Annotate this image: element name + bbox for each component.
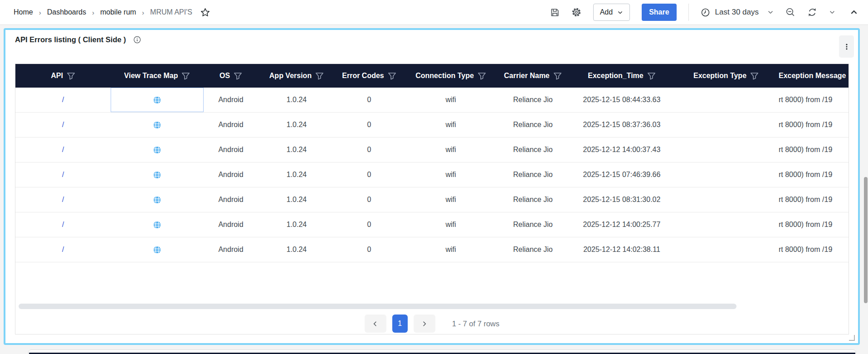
- cell-view_trace_map: [111, 88, 204, 112]
- column-header-connection_type: Connection Type: [403, 64, 498, 88]
- cell-exception_time: 2025-12-15 08:31:30.02: [567, 187, 676, 212]
- panel-resize-grip[interactable]: [849, 335, 855, 341]
- cell-text: 1.0.24: [287, 196, 307, 204]
- cell-connection_type: wifi: [403, 212, 498, 237]
- filter-icon[interactable]: [647, 72, 656, 80]
- favorite-star-icon[interactable]: [200, 8, 210, 17]
- kebab-menu-icon: [843, 43, 851, 51]
- info-icon[interactable]: [133, 35, 141, 44]
- filter-icon[interactable]: [478, 72, 486, 80]
- cell-error_codes: 0: [335, 212, 403, 237]
- cell-api: /: [15, 138, 111, 162]
- column-label: Error Codes: [342, 72, 384, 80]
- cell-connection_type: wifi: [403, 113, 498, 137]
- chevron-left-icon: [372, 320, 379, 327]
- breadcrumb-separator: ›: [39, 9, 41, 16]
- table-row: / Android1.0.240wifiReliance Jio2025-12-…: [15, 162, 848, 187]
- cell-text: wifi: [445, 171, 456, 179]
- filter-icon[interactable]: [750, 72, 759, 80]
- globe-icon[interactable]: [153, 171, 161, 179]
- cell-text: wifi: [445, 246, 456, 254]
- cell-error_codes: 0: [335, 113, 403, 137]
- cell-exception_type: [676, 88, 776, 112]
- cell-api: /: [15, 187, 111, 212]
- share-button[interactable]: Share: [642, 4, 676, 21]
- cell-text: 2025-12-12 14:00:37.43: [583, 146, 661, 154]
- data-table: API View Trace Map OS App Version Error …: [15, 64, 849, 334]
- globe-icon[interactable]: [153, 96, 161, 104]
- cell-text: 2025-12-12 14:02:38.11: [583, 246, 660, 254]
- time-range-selector[interactable]: Last 30 days: [701, 8, 774, 17]
- gear-icon[interactable]: [571, 7, 581, 17]
- page-number-button[interactable]: 1: [392, 315, 408, 333]
- filter-icon[interactable]: [388, 72, 396, 80]
- api-link[interactable]: /: [62, 221, 64, 229]
- globe-icon[interactable]: [153, 146, 161, 154]
- cell-exception_type: [676, 162, 776, 187]
- cell-text: 2025-12-15 07:46:39.66: [583, 171, 661, 179]
- cell-connection_type: wifi: [403, 162, 498, 187]
- globe-icon[interactable]: [153, 121, 161, 129]
- chevron-down-icon: [617, 10, 623, 15]
- globe-icon[interactable]: [153, 221, 161, 229]
- api-link[interactable]: /: [62, 171, 64, 179]
- cell-error_codes: 0: [335, 88, 403, 112]
- breadcrumb-mobile-rum[interactable]: mobile rum: [100, 8, 136, 16]
- filter-icon[interactable]: [553, 72, 562, 80]
- filter-icon[interactable]: [181, 72, 190, 80]
- table-row: / Android1.0.240wifiReliance Jio2025-12-…: [15, 187, 848, 212]
- cell-view_trace_map: [111, 212, 204, 237]
- save-icon[interactable]: [550, 8, 560, 17]
- column-label: App Version: [269, 72, 312, 80]
- column-header-carrier_name: Carrier Name: [498, 64, 567, 88]
- filter-icon[interactable]: [67, 72, 75, 80]
- cell-os: Android: [204, 113, 258, 137]
- top-bar: Home › Dashboards › mobile rum › MRUM AP…: [0, 0, 868, 25]
- add-button[interactable]: Add: [593, 4, 630, 21]
- api-link[interactable]: /: [62, 196, 64, 204]
- horizontal-scrollbar[interactable]: [19, 304, 736, 309]
- breadcrumb-home[interactable]: Home: [14, 8, 33, 16]
- globe-icon[interactable]: [153, 196, 161, 204]
- add-button-label: Add: [600, 8, 613, 16]
- cell-exception_time: 2025-12-15 08:44:33.63: [567, 88, 676, 112]
- cell-text: Reliance Jio: [513, 171, 552, 179]
- column-header-error_codes: Error Codes: [335, 64, 403, 88]
- cell-connection_type: wifi: [403, 88, 498, 112]
- breadcrumb-separator: ›: [142, 9, 144, 16]
- share-button-label: Share: [649, 8, 669, 16]
- api-link[interactable]: /: [62, 96, 64, 104]
- cell-text: Reliance Jio: [513, 196, 552, 204]
- cell-carrier_name: Reliance Jio: [498, 212, 567, 237]
- cell-text: Reliance Jio: [513, 146, 552, 154]
- filter-icon[interactable]: [315, 72, 324, 80]
- cell-api: /: [15, 212, 111, 237]
- vertical-scrollbar[interactable]: [864, 177, 868, 303]
- chevron-down-icon[interactable]: [829, 9, 835, 15]
- cell-exception_time: 2025-12-15 07:46:39.66: [567, 162, 676, 187]
- cell-connection_type: wifi: [403, 187, 498, 212]
- zoom-out-icon[interactable]: [785, 7, 795, 17]
- cell-error_codes: 0: [335, 138, 403, 162]
- next-page-button[interactable]: [414, 315, 435, 333]
- globe-icon[interactable]: [153, 246, 161, 254]
- cell-os: Android: [204, 162, 258, 187]
- cell-carrier_name: Reliance Jio: [498, 237, 567, 262]
- column-label: Exception Type: [693, 72, 746, 80]
- api-link[interactable]: /: [62, 121, 64, 129]
- cell-carrier_name: Reliance Jio: [498, 162, 567, 187]
- refresh-icon[interactable]: [807, 7, 817, 17]
- breadcrumb-dashboards[interactable]: Dashboards: [47, 8, 86, 16]
- previous-page-button[interactable]: [365, 315, 386, 333]
- cell-app_version: 1.0.24: [258, 88, 335, 112]
- cell-exception_message: rt 8000) from /19: [776, 237, 849, 262]
- api-link[interactable]: /: [62, 246, 64, 254]
- pagination: 1 1 - 7 of 7 rows: [15, 314, 848, 333]
- cell-app_version: 1.0.24: [258, 113, 335, 137]
- collapse-chevron-up-icon[interactable]: [850, 8, 858, 16]
- filter-icon[interactable]: [234, 72, 242, 80]
- cell-text: wifi: [445, 146, 456, 154]
- api-link[interactable]: /: [62, 146, 64, 154]
- panel-options-button[interactable]: [839, 35, 854, 58]
- cell-exception_message: rt 8000) from /19: [776, 162, 849, 187]
